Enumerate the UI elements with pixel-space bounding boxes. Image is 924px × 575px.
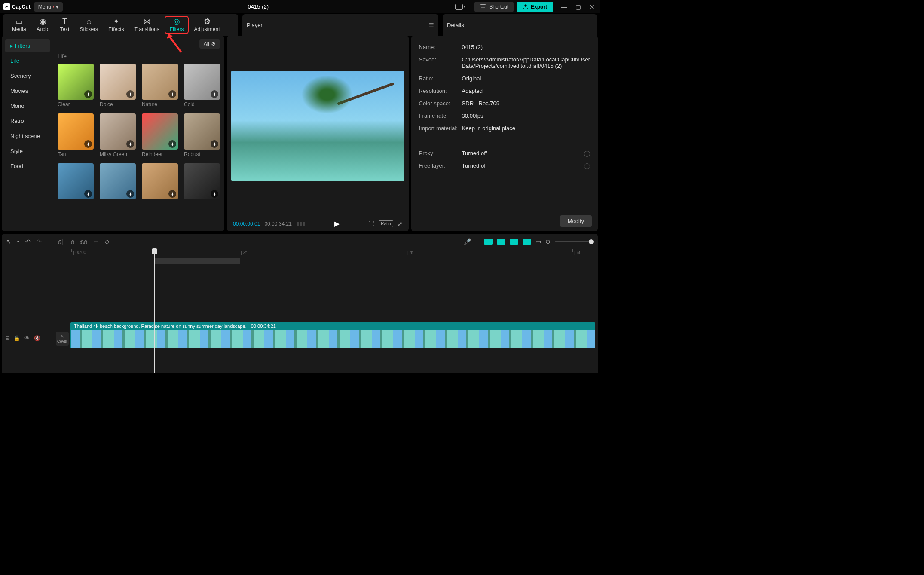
cursor-tool[interactable]: ↖ bbox=[6, 238, 11, 245]
tab-transitions[interactable]: ⋈Transitions bbox=[129, 16, 165, 34]
tab-stickers[interactable]: ☆Stickers bbox=[74, 16, 103, 34]
maximize-button[interactable]: ▢ bbox=[574, 3, 582, 10]
category-mono[interactable]: Mono bbox=[5, 99, 50, 113]
filter-item[interactable]: ⬇ bbox=[184, 163, 220, 199]
category-retro[interactable]: Retro bbox=[5, 114, 50, 128]
tab-text[interactable]: TText bbox=[55, 16, 74, 34]
detail-ratio-label: Ratio: bbox=[419, 75, 462, 82]
filter-item[interactable]: ⬇ bbox=[100, 163, 136, 199]
clip-frames bbox=[70, 330, 595, 348]
undo-button[interactable]: ↶ bbox=[25, 238, 31, 245]
svg-rect-2 bbox=[480, 5, 486, 9]
filter-item[interactable]: ⬇Robust bbox=[184, 113, 220, 157]
download-icon[interactable]: ⬇ bbox=[168, 140, 176, 148]
detail-name-value: 0415 (2) bbox=[462, 44, 590, 50]
split-right-tool[interactable]: ⎌⎌ bbox=[80, 238, 87, 245]
preview-icon[interactable]: ▭ bbox=[535, 238, 541, 245]
menu-icon[interactable]: ☰ bbox=[429, 22, 434, 28]
video-preview[interactable] bbox=[231, 71, 404, 181]
divider bbox=[471, 3, 471, 11]
logo-icon: ✂ bbox=[3, 3, 10, 10]
close-button[interactable]: ✕ bbox=[587, 3, 596, 10]
category-scenery[interactable]: Scenery bbox=[5, 69, 50, 83]
category-life[interactable]: Life bbox=[5, 54, 50, 67]
filter-item[interactable]: ⬇Reindeer bbox=[142, 113, 178, 157]
text-icon: T bbox=[62, 18, 67, 25]
category-food[interactable]: Food bbox=[5, 159, 50, 173]
fullscreen-icon[interactable]: ⤢ bbox=[398, 220, 403, 227]
filter-thumbnail: ⬇ bbox=[58, 113, 94, 150]
modify-button[interactable]: Modify bbox=[560, 215, 592, 227]
download-icon[interactable]: ⬇ bbox=[211, 140, 218, 148]
filter-item[interactable]: ⬇ bbox=[142, 163, 178, 199]
category-movies[interactable]: Movies bbox=[5, 84, 50, 98]
track-visibility-icon[interactable]: 👁 bbox=[24, 335, 30, 341]
download-icon[interactable]: ⬇ bbox=[211, 190, 218, 198]
filter-item[interactable]: ⬇ bbox=[58, 163, 94, 199]
redo-button[interactable]: ↷ bbox=[37, 238, 42, 245]
details-title: Details bbox=[447, 22, 464, 28]
minimize-button[interactable]: — bbox=[560, 3, 569, 10]
ratio-button[interactable]: Ratio bbox=[379, 220, 393, 227]
all-filter-button[interactable]: All ⚙ bbox=[199, 39, 220, 49]
playhead[interactable] bbox=[154, 249, 155, 373]
category-style[interactable]: Style bbox=[5, 144, 50, 158]
detail-resolution-label: Resolution: bbox=[419, 88, 462, 94]
download-icon[interactable]: ⬇ bbox=[168, 90, 176, 98]
tab-filters[interactable]: ◎Filters bbox=[165, 16, 189, 34]
ruler-tick: | 2f bbox=[241, 250, 247, 255]
info-icon[interactable]: i bbox=[584, 151, 590, 157]
track-lock-icon[interactable]: 🔒 bbox=[14, 335, 20, 341]
category-night-scene[interactable]: Night scene bbox=[5, 129, 50, 143]
snap-toggle-4[interactable] bbox=[523, 239, 531, 245]
download-icon[interactable]: ⬇ bbox=[126, 140, 134, 148]
snap-toggle-1[interactable] bbox=[484, 239, 493, 245]
split-left-tool[interactable]: ]⎌ bbox=[69, 238, 74, 245]
download-icon[interactable]: ⬇ bbox=[168, 190, 176, 198]
filter-thumbnail: ⬇ bbox=[142, 64, 178, 100]
tab-adjustment[interactable]: ⚙Adjustment bbox=[189, 16, 225, 34]
zoom-out-icon[interactable]: ⊖ bbox=[545, 238, 551, 245]
filter-item[interactable]: ⬇Dolce bbox=[100, 64, 136, 107]
tab-media[interactable]: ▭Media bbox=[7, 16, 31, 34]
track-mute-icon[interactable]: 🔇 bbox=[34, 335, 40, 341]
marker-tool[interactable]: ◇ bbox=[105, 238, 110, 245]
focus-icon[interactable]: ⛶ bbox=[368, 220, 374, 227]
layout-button[interactable]: ▾ bbox=[453, 2, 467, 12]
filter-item[interactable]: ⬇Clear bbox=[58, 64, 94, 107]
filter-icon: ⚙ bbox=[211, 41, 216, 47]
filter-item[interactable]: ⬇Milky Green bbox=[100, 113, 136, 157]
filter-item[interactable]: ⬇Tan bbox=[58, 113, 94, 157]
mic-icon[interactable]: 🎤 bbox=[464, 238, 471, 245]
delete-tool[interactable]: ▭ bbox=[93, 238, 99, 245]
play-button[interactable]: ▶ bbox=[334, 220, 340, 228]
snap-toggle-3[interactable] bbox=[510, 239, 518, 245]
cover-button[interactable]: ✎ Cover bbox=[56, 332, 69, 346]
snap-toggle-2[interactable] bbox=[497, 239, 505, 245]
menu-button[interactable]: Menu ● ▾ bbox=[34, 2, 63, 12]
download-icon[interactable]: ⬇ bbox=[126, 90, 134, 98]
timeline-ruler[interactable]: | 00:00| 2f| 4f| 6f bbox=[70, 249, 598, 258]
download-icon[interactable]: ⬇ bbox=[84, 190, 92, 198]
download-icon[interactable]: ⬇ bbox=[211, 90, 218, 98]
track-collapse-icon[interactable]: ⊟ bbox=[5, 335, 9, 341]
filter-thumbnail: ⬇ bbox=[184, 163, 220, 199]
split-tool[interactable]: ⎌[ bbox=[58, 238, 63, 245]
shortcut-button[interactable]: Shortcut bbox=[474, 2, 514, 12]
tab-audio[interactable]: ◉Audio bbox=[31, 16, 55, 34]
pencil-icon: ✎ bbox=[61, 334, 64, 339]
video-clip[interactable]: Thailand 4k beach background. Paradise n… bbox=[70, 322, 595, 349]
download-icon[interactable]: ⬇ bbox=[84, 140, 92, 148]
zoom-slider[interactable] bbox=[555, 241, 594, 242]
tab-effects[interactable]: ✦Effects bbox=[103, 16, 129, 34]
chevron-down-icon: ▾ bbox=[464, 5, 465, 9]
filter-item[interactable]: ⬇Nature bbox=[142, 64, 178, 107]
sidebar-header[interactable]: ▸ Filters bbox=[5, 39, 50, 52]
cursor-dropdown-icon[interactable]: ▾ bbox=[17, 239, 19, 244]
download-icon[interactable]: ⬇ bbox=[84, 90, 92, 98]
timeline[interactable]: | 00:00| 2f| 4f| 6f ⊟ 🔒 👁 🔇 ✎ Cover Thai… bbox=[2, 249, 598, 373]
filter-item[interactable]: ⬇Cold bbox=[184, 64, 220, 107]
info-icon[interactable]: i bbox=[584, 163, 590, 169]
export-button[interactable]: Export bbox=[517, 2, 553, 12]
download-icon[interactable]: ⬇ bbox=[126, 190, 134, 198]
